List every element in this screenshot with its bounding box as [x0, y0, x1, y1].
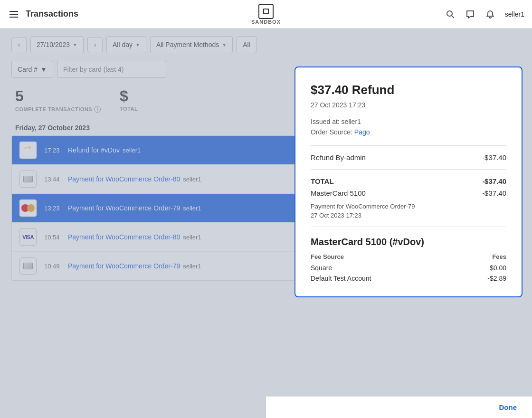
refund-by-label: Refund By-admin — [311, 153, 366, 162]
modal-title: $37.40 Refund — [311, 83, 506, 97]
sandbox-label: SANDBOX — [251, 19, 281, 25]
fee-amount-square: $0.00 — [490, 264, 506, 272]
card-ref-date: 27 Oct 2023 17:23 — [311, 212, 506, 219]
seller-name[interactable]: seller1 — [505, 10, 524, 18]
fees-header: Fees — [492, 253, 506, 260]
total-label: TOTAL — [311, 177, 334, 185]
modal-section-title: MasterCard 5100 (#vDov) — [311, 237, 506, 247]
modal-date: 27 Oct 2023 17:23 — [311, 101, 506, 109]
square-logo — [258, 4, 274, 19]
square-logo-inner — [263, 9, 269, 14]
refund-by-value: -$37.40 — [482, 153, 506, 162]
fee-source-header: Fee Source — [311, 253, 344, 260]
modal-divider-1 — [311, 145, 506, 146]
modal-divider-2 — [311, 169, 506, 170]
fee-amount-default: -$2.89 — [487, 275, 506, 282]
main-content: ‹ 27/10/2023 ▼ › All day ▼ All Payment M… — [0, 28, 532, 418]
menu-icon[interactable] — [8, 9, 20, 19]
search-icon[interactable] — [445, 9, 456, 19]
order-source-link[interactable]: Pago — [354, 128, 370, 136]
card-label: MasterCard 5100 — [311, 189, 366, 197]
notification-icon[interactable] — [485, 9, 495, 19]
fee-source-square: Square — [311, 264, 332, 272]
card-value: -$37.40 — [482, 189, 506, 197]
svg-line-1 — [452, 16, 454, 18]
svg-point-0 — [447, 11, 452, 16]
modal-meta: Issued at: seller1 Order Source: Pago — [311, 116, 506, 138]
header-left: Transactions — [8, 9, 78, 19]
card-ref-label: Payment for WooCommerce Order-79 — [311, 203, 506, 210]
fee-table: Fee Source Fees Square $0.00 Default Tes… — [311, 253, 506, 282]
fee-source-default: Default Test Account — [311, 275, 371, 282]
fee-table-header: Fee Source Fees — [311, 253, 506, 260]
issued-at: Issued at: seller1 — [311, 118, 361, 125]
fee-row-default: Default Test Account -$2.89 — [311, 275, 506, 282]
order-source-label: Order Source: — [311, 128, 352, 136]
card-line: MasterCard 5100 -$37.40 — [311, 189, 506, 197]
chat-icon[interactable] — [465, 9, 475, 19]
page-title: Transactions — [26, 9, 78, 19]
app-header: Transactions SANDBOX seller1 — [0, 0, 532, 28]
total-value: -$37.40 — [482, 177, 506, 185]
fee-row-square: Square $0.00 — [311, 264, 506, 272]
header-right: seller1 — [445, 9, 524, 19]
refund-detail-modal: $37.40 Refund 27 Oct 2023 17:23 Issued a… — [294, 66, 522, 297]
done-bar: Done — [266, 396, 532, 418]
modal-total-line: TOTAL -$37.40 — [311, 177, 506, 185]
header-center: SANDBOX — [251, 4, 281, 25]
refund-by-line: Refund By-admin -$37.40 — [311, 153, 506, 162]
modal-divider-3 — [311, 227, 506, 227]
done-button[interactable]: Done — [499, 403, 517, 411]
